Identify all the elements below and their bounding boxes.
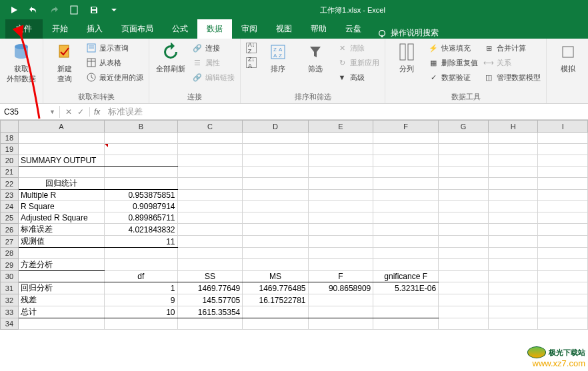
new-query-button[interactable]: 新建 查询: [49, 41, 81, 84]
cell-G21[interactable]: [439, 167, 489, 178]
recent-sources-button[interactable]: 最近使用的源: [86, 71, 143, 84]
col-header-D[interactable]: D: [243, 121, 308, 133]
cell-A31[interactable]: 回归分析: [18, 282, 104, 294]
cell-C26[interactable]: [177, 224, 243, 236]
cell-H26[interactable]: [488, 224, 538, 236]
cell-B23[interactable]: 0.953875851: [105, 190, 177, 201]
cell-C24[interactable]: [177, 201, 243, 212]
cell-D26[interactable]: [243, 224, 308, 236]
cell-B20[interactable]: [105, 155, 177, 167]
col-header-H[interactable]: H: [488, 121, 538, 133]
cell-A28[interactable]: [18, 248, 104, 259]
cell-F34[interactable]: [373, 318, 439, 330]
cell-C18[interactable]: [177, 133, 243, 144]
new-button[interactable]: [65, 2, 83, 18]
cell-A23[interactable]: Multiple R: [18, 190, 104, 201]
cell-I24[interactable]: [538, 201, 588, 212]
cell-G27[interactable]: [439, 236, 489, 248]
cell-A20[interactable]: SUMMARY OUTPUT: [18, 155, 104, 167]
tab-review[interactable]: 审阅: [232, 19, 267, 39]
cell-G22[interactable]: [439, 178, 489, 190]
cell-F20[interactable]: [373, 155, 439, 167]
cell-D22[interactable]: [243, 178, 308, 190]
cell-A21[interactable]: [18, 167, 104, 178]
cell-G20[interactable]: [439, 155, 489, 167]
cell-A30[interactable]: [18, 271, 104, 282]
cell-F24[interactable]: [373, 201, 439, 212]
cell-D21[interactable]: [243, 167, 308, 178]
cell-H25[interactable]: [488, 212, 538, 224]
row-header-26[interactable]: 26: [1, 224, 19, 236]
cell-H31[interactable]: [488, 282, 538, 294]
cell-H23[interactable]: [488, 190, 538, 201]
cell-C22[interactable]: [177, 178, 243, 190]
cell-E27[interactable]: [308, 236, 373, 248]
cell-F23[interactable]: [373, 190, 439, 201]
col-header-I[interactable]: I: [538, 121, 588, 133]
row-header-21[interactable]: 21: [1, 167, 19, 178]
cell-I34[interactable]: [538, 318, 588, 330]
cell-B33[interactable]: 10: [105, 306, 177, 318]
cell-I20[interactable]: [538, 155, 588, 167]
cell-A27[interactable]: 观测值: [18, 236, 104, 248]
col-header-F[interactable]: F: [373, 121, 439, 133]
cell-B27[interactable]: 11: [105, 236, 177, 248]
cell-D23[interactable]: [243, 190, 308, 201]
col-header-G[interactable]: G: [439, 121, 489, 133]
cell-A33[interactable]: 总计: [18, 306, 104, 318]
cell-E26[interactable]: [308, 224, 373, 236]
cell-E24[interactable]: [308, 201, 373, 212]
cell-E29[interactable]: [308, 259, 373, 271]
from-table-button[interactable]: 从表格: [86, 56, 143, 69]
cell-I21[interactable]: [538, 167, 588, 178]
cell-F33[interactable]: [373, 306, 439, 318]
row-header-20[interactable]: 20: [1, 155, 19, 167]
cell-I32[interactable]: [538, 294, 588, 306]
row-header-28[interactable]: 28: [1, 248, 19, 259]
cell-B31[interactable]: 1: [105, 282, 177, 294]
row-header-25[interactable]: 25: [1, 212, 19, 224]
row-header-24[interactable]: 24: [1, 201, 19, 212]
remove-duplicates-button[interactable]: ▦删除重复值: [428, 56, 478, 69]
cell-D20[interactable]: [243, 155, 308, 167]
cell-A19[interactable]: [18, 144, 104, 155]
cell-F27[interactable]: [373, 236, 439, 248]
cell-C34[interactable]: [177, 318, 243, 330]
cell-H27[interactable]: [488, 236, 538, 248]
row-header-29[interactable]: 29: [1, 259, 19, 271]
formula-input[interactable]: 标准误差: [104, 105, 588, 119]
data-validation-button[interactable]: ✓数据验证: [428, 71, 478, 84]
cell-I18[interactable]: [538, 133, 588, 144]
cell-G29[interactable]: [439, 259, 489, 271]
cell-I27[interactable]: [538, 236, 588, 248]
cell-E30[interactable]: F: [308, 271, 373, 282]
cell-F26[interactable]: [373, 224, 439, 236]
cell-E33[interactable]: [308, 306, 373, 318]
cell-B19[interactable]: [105, 144, 177, 155]
cell-E31[interactable]: 90.8658909: [308, 282, 373, 294]
cell-C31[interactable]: 1469.77649: [177, 282, 243, 294]
cell-A26[interactable]: 标准误差: [18, 224, 104, 236]
cell-E21[interactable]: [308, 167, 373, 178]
cell-C19[interactable]: [177, 144, 243, 155]
cell-D28[interactable]: [243, 248, 308, 259]
cell-C27[interactable]: [177, 236, 243, 248]
cell-G30[interactable]: [439, 271, 489, 282]
cell-D33[interactable]: [243, 306, 308, 318]
row-header-34[interactable]: 34: [1, 318, 19, 330]
cell-F28[interactable]: [373, 248, 439, 259]
cell-G23[interactable]: [439, 190, 489, 201]
tab-view[interactable]: 视图: [267, 19, 301, 39]
cell-C30[interactable]: SS: [177, 271, 243, 282]
cell-F25[interactable]: [373, 212, 439, 224]
cell-D19[interactable]: [243, 144, 308, 155]
cell-A25[interactable]: Adjusted R Square: [18, 212, 104, 224]
cell-E34[interactable]: [308, 318, 373, 330]
cell-I33[interactable]: [538, 306, 588, 318]
cell-H32[interactable]: [488, 294, 538, 306]
fx-button[interactable]: fx: [90, 107, 104, 117]
cell-E28[interactable]: [308, 248, 373, 259]
cell-G33[interactable]: [439, 306, 489, 318]
cell-G28[interactable]: [439, 248, 489, 259]
connections-button[interactable]: 🔗连接: [192, 41, 235, 55]
